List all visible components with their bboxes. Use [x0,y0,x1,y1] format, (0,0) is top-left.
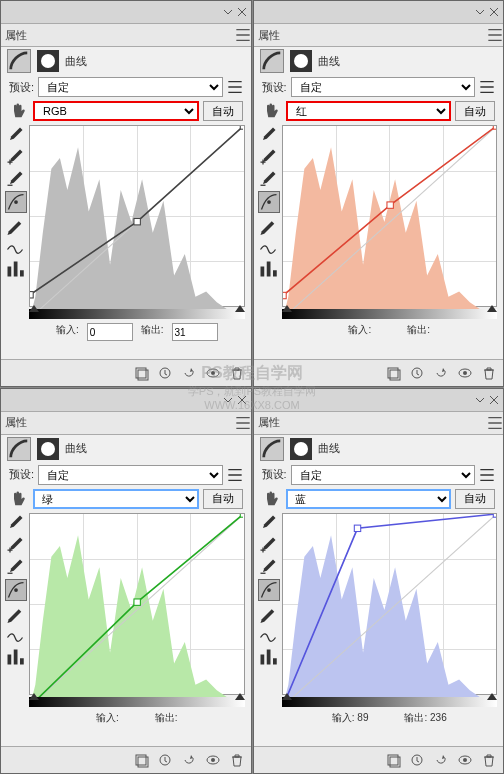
curve-point-tool[interactable] [5,579,27,601]
curves-graph[interactable] [282,125,498,307]
mask-icon[interactable] [290,438,312,460]
channel-select[interactable]: RGB [33,101,199,121]
prev-icon[interactable] [409,365,425,381]
stats-tool[interactable] [258,259,278,279]
mask-icon[interactable] [37,50,59,72]
mask-icon[interactable] [37,438,59,460]
output-field[interactable] [172,323,218,341]
auto-button[interactable]: 自动 [455,101,495,121]
prev-icon[interactable] [409,752,425,768]
curve-point-tool[interactable] [258,579,280,601]
curves-graph[interactable] [29,125,245,307]
auto-button[interactable]: 自动 [203,489,243,509]
pencil-tool[interactable] [258,603,278,623]
mask-icon[interactable] [290,50,312,72]
clip-icon[interactable] [385,365,401,381]
channel-select[interactable]: 蓝 [286,489,452,509]
eyedropper-minus-tool[interactable] [5,557,25,577]
stats-tool[interactable] [5,259,25,279]
preset-select[interactable]: 自定 [38,77,222,97]
eyedropper-minus-tool[interactable] [258,169,278,189]
preset-select[interactable]: 自定 [291,77,475,97]
reset-icon[interactable] [181,365,197,381]
visibility-icon[interactable] [205,365,221,381]
hand-icon[interactable] [262,101,282,121]
eyedropper-minus-tool[interactable] [258,557,278,577]
eyedropper-plus-tool[interactable] [258,535,278,555]
tab-properties[interactable]: 属性 [258,415,280,430]
trash-icon[interactable] [481,752,497,768]
tab-properties[interactable]: 属性 [5,415,27,430]
eyedropper-tool[interactable] [5,125,25,145]
input-ramp[interactable] [282,309,498,319]
preset-menu-icon[interactable] [227,79,243,95]
hand-icon[interactable] [262,489,282,509]
trash-icon[interactable] [481,365,497,381]
collapse-icon[interactable] [223,395,233,405]
eyedropper-plus-tool[interactable] [5,535,25,555]
input-field[interactable] [87,323,133,341]
preset-select[interactable]: 自定 [291,465,475,485]
pencil-tool[interactable] [5,603,25,623]
adjustment-icon[interactable] [260,437,284,461]
curve-point-tool[interactable] [258,191,280,213]
eyedropper-plus-tool[interactable] [258,147,278,167]
stats-tool[interactable] [5,647,25,667]
collapse-icon[interactable] [223,7,233,17]
close-icon[interactable] [489,395,499,405]
eyedropper-tool[interactable] [258,513,278,533]
clip-icon[interactable] [133,752,149,768]
curve-point-tool[interactable] [5,191,27,213]
eyedropper-tool[interactable] [258,125,278,145]
smooth-tool[interactable] [258,237,278,257]
eyedropper-tool[interactable] [5,513,25,533]
trash-icon[interactable] [229,752,245,768]
pencil-tool[interactable] [5,215,25,235]
close-icon[interactable] [237,7,247,17]
clip-icon[interactable] [385,752,401,768]
panel-menu-icon[interactable] [235,415,251,431]
panel-menu-icon[interactable] [487,415,503,431]
pencil-tool[interactable] [258,215,278,235]
visibility-icon[interactable] [457,365,473,381]
clip-icon[interactable] [133,365,149,381]
preset-menu-icon[interactable] [227,467,243,483]
close-icon[interactable] [489,7,499,17]
reset-icon[interactable] [433,752,449,768]
input-ramp[interactable] [29,697,245,707]
trash-icon[interactable] [229,365,245,381]
hand-icon[interactable] [9,101,29,121]
eyedropper-minus-tool[interactable] [5,169,25,189]
auto-button[interactable]: 自动 [203,101,243,121]
hand-icon[interactable] [9,489,29,509]
curves-graph[interactable] [29,513,245,695]
tab-properties[interactable]: 属性 [258,28,280,43]
preset-menu-icon[interactable] [479,79,495,95]
panel-menu-icon[interactable] [235,27,251,43]
input-ramp[interactable] [29,309,245,319]
smooth-tool[interactable] [5,625,25,645]
adjustment-icon[interactable] [260,49,284,73]
adjustment-icon[interactable] [7,49,31,73]
curves-graph[interactable] [282,513,498,695]
smooth-tool[interactable] [258,625,278,645]
close-icon[interactable] [237,395,247,405]
smooth-tool[interactable] [5,237,25,257]
prev-icon[interactable] [157,365,173,381]
visibility-icon[interactable] [457,752,473,768]
visibility-icon[interactable] [205,752,221,768]
preset-menu-icon[interactable] [479,467,495,483]
stats-tool[interactable] [258,647,278,667]
reset-icon[interactable] [181,752,197,768]
channel-select[interactable]: 红 [286,101,452,121]
collapse-icon[interactable] [475,7,485,17]
adjustment-icon[interactable] [7,437,31,461]
prev-icon[interactable] [157,752,173,768]
input-ramp[interactable] [282,697,498,707]
eyedropper-plus-tool[interactable] [5,147,25,167]
panel-menu-icon[interactable] [487,27,503,43]
tab-properties[interactable]: 属性 [5,28,27,43]
collapse-icon[interactable] [475,395,485,405]
reset-icon[interactable] [433,365,449,381]
preset-select[interactable]: 自定 [38,465,222,485]
